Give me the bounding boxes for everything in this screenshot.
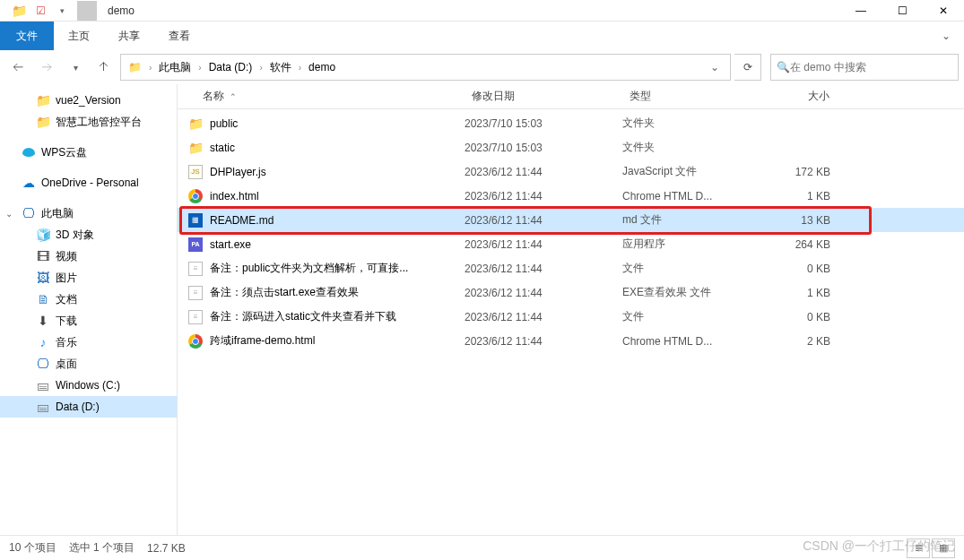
minimize-button[interactable]: — — [840, 0, 881, 22]
sidebar-item-downloads[interactable]: ⬇下载 — [0, 310, 177, 332]
col-name[interactable]: 名称⌃ — [178, 84, 465, 108]
sidebar[interactable]: 📁 vue2_Version 📁 智慧工地管控平台 WPS云盘 ☁ OneDri… — [0, 84, 178, 535]
desktop-icon: 🖵 — [36, 357, 50, 371]
file-name: 备注：须点击start.exe查看效果 — [210, 285, 359, 300]
file-row[interactable]: 跨域iframe-demo.html2023/6/12 11:44Chrome … — [178, 329, 964, 353]
search-icon: 🔍 — [777, 61, 790, 73]
file-type: JavaScript 文件 — [622, 164, 753, 179]
file-row[interactable]: 📁public2023/7/10 15:03文件夹 — [178, 111, 964, 135]
breadcrumb-data-d[interactable]: Data (D:) — [205, 59, 256, 75]
window-title: demo — [108, 4, 135, 17]
col-date[interactable]: 修改日期 — [465, 84, 622, 108]
file-size: 264 KB — [753, 238, 838, 251]
file-name: 备注：public文件夹为文档解析，可直接... — [210, 261, 408, 276]
qat-folder-icon[interactable]: 📁 — [9, 1, 29, 21]
sidebar-item-d-drive[interactable]: 🖴Data (D:) — [0, 396, 177, 418]
sidebar-item-smart-site[interactable]: 📁 智慧工地管控平台 — [0, 111, 177, 133]
refresh-button[interactable]: ⟳ — [734, 54, 761, 81]
file-date: 2023/6/12 11:44 — [465, 238, 622, 251]
sidebar-item-c-drive[interactable]: 🖴Windows (C:) — [0, 375, 177, 396]
file-type: 文件夹 — [622, 140, 753, 155]
download-icon: ⬇ — [36, 314, 50, 328]
sidebar-item-label: 图片 — [56, 271, 77, 286]
sidebar-item-video[interactable]: 🎞视频 — [0, 246, 177, 267]
tab-home[interactable]: 主页 — [54, 22, 104, 50]
qat-dropdown-icon[interactable]: ▾ — [52, 1, 72, 21]
sidebar-item-label: 视频 — [56, 249, 77, 264]
col-type[interactable]: 类型 — [622, 84, 753, 108]
address-bar[interactable]: 📁 › 此电脑 › Data (D:) › 软件 › demo ⌄ — [120, 54, 731, 81]
sidebar-item-documents[interactable]: 🗎文档 — [0, 289, 177, 310]
breadcrumb-demo[interactable]: demo — [305, 59, 339, 75]
file-row[interactable]: ≡备注：源码进入static文件夹查看并下载2023/6/12 11:44文件0… — [178, 305, 964, 329]
ribbon-expand-icon[interactable]: ⌄ — [928, 22, 964, 50]
file-name: 备注：源码进入static文件夹查看并下载 — [210, 309, 396, 324]
file-icon: JS — [188, 165, 203, 179]
sidebar-item-music[interactable]: ♪音乐 — [0, 332, 177, 353]
history-dropdown[interactable]: ▾ — [63, 55, 88, 80]
file-type: Chrome HTML D... — [622, 190, 753, 202]
chevron-right-icon[interactable]: › — [257, 63, 264, 73]
chevron-down-icon[interactable]: ⌄ — [5, 209, 16, 219]
file-row[interactable]: 📁static2023/7/10 15:03文件夹 — [178, 135, 964, 159]
close-button[interactable]: ✕ — [923, 0, 964, 22]
file-type: 文件夹 — [622, 116, 753, 131]
file-list[interactable]: 📁public2023/7/10 15:03文件夹📁static2023/7/1… — [178, 109, 964, 535]
file-row[interactable]: ≡备注：public文件夹为文档解析，可直接...2023/6/12 11:44… — [178, 256, 964, 280]
tab-file[interactable]: 文件 — [0, 22, 54, 50]
status-selected-size: 12.7 KB — [147, 542, 186, 555]
sidebar-item-label: 3D 对象 — [56, 228, 94, 243]
breadcrumb-pc[interactable]: 此电脑 — [155, 58, 195, 77]
sidebar-item-label: OneDrive - Personal — [41, 177, 139, 189]
back-button[interactable]: 🡠 — [5, 55, 30, 80]
sidebar-item-pc[interactable]: ⌄ 🖵 此电脑 — [0, 202, 177, 224]
col-size[interactable]: 大小 — [753, 84, 838, 108]
file-date: 2023/6/12 11:44 — [465, 214, 622, 227]
view-details-button[interactable]: ≣ — [907, 538, 930, 558]
qat-check-icon[interactable]: ☑ — [30, 1, 50, 21]
address-dropdown-icon[interactable]: ⌄ — [703, 61, 726, 73]
sidebar-item-label: 音乐 — [56, 335, 77, 350]
file-size: 172 KB — [753, 166, 838, 178]
tab-view[interactable]: 查看 — [154, 22, 204, 50]
chevron-right-icon[interactable]: › — [297, 63, 303, 73]
nav-row: 🡠 🡢 ▾ 🡡 📁 › 此电脑 › Data (D:) › 软件 › demo … — [0, 50, 964, 84]
sidebar-item-label: vue2_Version — [56, 94, 121, 107]
maximize-button[interactable]: ☐ — [881, 0, 923, 22]
file-row[interactable]: PAstart.exe2023/6/12 11:44应用程序264 KB — [178, 232, 964, 256]
forward-button: 🡢 — [34, 55, 59, 80]
file-size: 0 KB — [753, 263, 838, 275]
search-box[interactable]: 🔍 — [770, 54, 959, 81]
sidebar-item-label: 智慧工地管控平台 — [56, 115, 142, 130]
chevron-right-icon[interactable]: › — [147, 63, 153, 73]
document-icon: 🗎 — [36, 292, 50, 306]
file-name: static — [210, 142, 235, 154]
sidebar-item-3d[interactable]: 🧊3D 对象 — [0, 224, 177, 246]
sidebar-item-wps[interactable]: WPS云盘 — [0, 142, 177, 163]
file-row[interactable]: ≡备注：须点击start.exe查看效果2023/6/12 11:44EXE查看… — [178, 280, 964, 305]
sidebar-item-label: 桌面 — [56, 357, 77, 372]
file-row[interactable]: JSDHPlayer.js2023/6/12 11:44JavaScript 文… — [178, 159, 964, 184]
view-icons-button[interactable]: ▦ — [932, 538, 955, 558]
file-name: DHPlayer.js — [210, 166, 266, 178]
sidebar-item-label: WPS云盘 — [41, 145, 87, 160]
sidebar-item-onedrive[interactable]: ☁ OneDrive - Personal — [0, 172, 177, 194]
search-input[interactable] — [790, 61, 952, 73]
chevron-right-icon[interactable]: › — [196, 63, 203, 73]
file-name: index.html — [210, 190, 259, 202]
tab-share[interactable]: 共享 — [104, 22, 154, 50]
file-icon: ▦ — [188, 213, 203, 228]
file-icon — [188, 189, 203, 203]
up-button[interactable]: 🡡 — [91, 55, 117, 80]
file-size: 2 KB — [753, 335, 838, 348]
file-name: README.md — [210, 214, 274, 227]
sidebar-item-pictures[interactable]: 🖼图片 — [0, 267, 177, 289]
file-type: 文件 — [622, 261, 753, 276]
file-row[interactable]: ▦README.md2023/6/12 11:44md 文件13 KB — [178, 208, 964, 232]
sidebar-item-desktop[interactable]: 🖵桌面 — [0, 353, 177, 375]
video-icon: 🎞 — [36, 249, 50, 263]
statusbar: 10 个项目 选中 1 个项目 12.7 KB ≣ ▦ — [0, 535, 964, 560]
file-row[interactable]: index.html2023/6/12 11:44Chrome HTML D..… — [178, 184, 964, 208]
sidebar-item-vue2[interactable]: 📁 vue2_Version — [0, 90, 177, 111]
breadcrumb-software[interactable]: 软件 — [266, 58, 295, 77]
